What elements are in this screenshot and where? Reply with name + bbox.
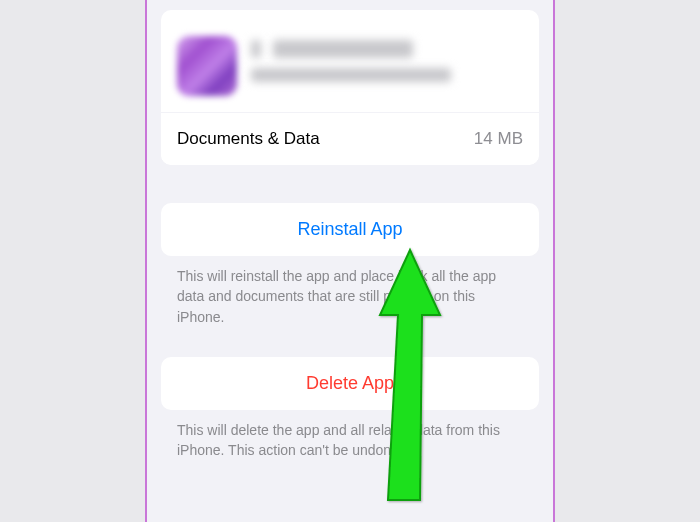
- app-info-section: Documents & Data 14 MB: [161, 10, 539, 165]
- redacted-text: [273, 40, 413, 58]
- redacted-text: [251, 68, 451, 82]
- content: Documents & Data 14 MB Reinstall App Thi…: [147, 10, 553, 460]
- delete-description: This will delete the app and all related…: [161, 410, 539, 461]
- documents-data-row[interactable]: Documents & Data 14 MB: [161, 112, 539, 165]
- reinstall-app-label: Reinstall App: [297, 219, 402, 239]
- app-icon: [177, 36, 237, 96]
- reinstall-description: This will reinstall the app and place ba…: [161, 256, 539, 327]
- documents-data-value: 14 MB: [474, 129, 523, 149]
- delete-app-button[interactable]: Delete App: [161, 357, 539, 410]
- documents-data-label: Documents & Data: [177, 129, 320, 149]
- delete-app-label: Delete App: [306, 373, 394, 393]
- app-info-card[interactable]: [161, 20, 539, 112]
- phone-frame: Documents & Data 14 MB Reinstall App Thi…: [145, 0, 555, 522]
- reinstall-app-button[interactable]: Reinstall App: [161, 203, 539, 256]
- app-text: [251, 40, 523, 92]
- redacted-text: [251, 40, 261, 58]
